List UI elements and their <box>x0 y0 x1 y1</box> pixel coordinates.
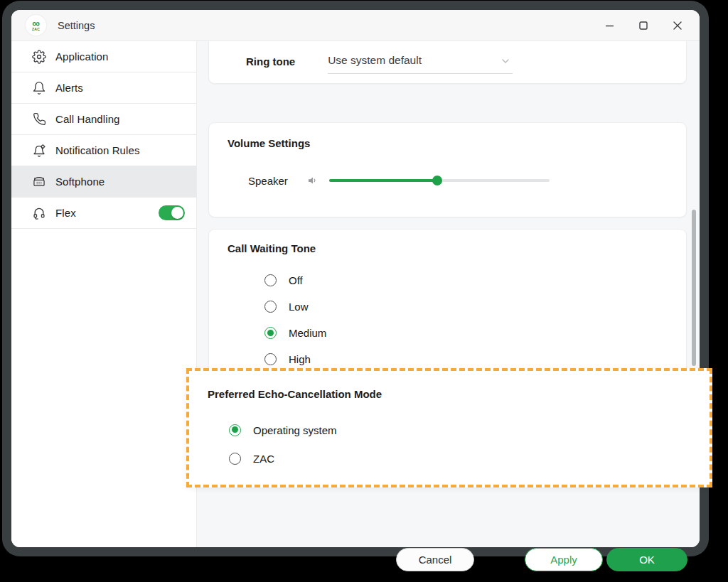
radio-option-zac[interactable]: ZAC <box>229 444 710 473</box>
call-waiting-tone-card: Call Waiting Tone Off Low Medium High <box>208 229 687 391</box>
radio-icon[interactable] <box>229 453 241 465</box>
sidebar-item-label: Call Handling <box>55 113 120 125</box>
cancel-button[interactable]: Cancel <box>396 548 474 571</box>
sidebar-item-alerts[interactable]: Alerts <box>11 72 196 104</box>
maximize-icon[interactable] <box>637 19 650 32</box>
echo-mode-title: Preferred Echo-Cancellation Mode <box>208 388 710 400</box>
radio-checked-icon[interactable] <box>264 327 277 339</box>
speaker-volume-icon <box>306 174 319 187</box>
ok-button[interactable]: OK <box>606 548 687 571</box>
speaker-label: Speaker <box>248 175 292 187</box>
sidebar-item-call-handling[interactable]: Call Handling <box>11 104 196 135</box>
radio-option-off[interactable]: Off <box>264 267 668 293</box>
ring-tone-select[interactable]: Use system default <box>328 51 513 74</box>
phone-icon <box>31 112 47 127</box>
ring-tone-card: Ring tone Use system default <box>208 41 687 84</box>
radio-label: Low <box>289 301 309 313</box>
zac-logo-text: ZAC <box>32 27 40 31</box>
slider-thumb[interactable] <box>432 176 442 185</box>
bell-gear-icon <box>31 143 47 158</box>
radio-option-operating-system[interactable]: Operating system <box>229 416 710 444</box>
echo-cancellation-highlight-box: Preferred Echo-Cancellation Mode Operati… <box>186 368 712 487</box>
radio-icon[interactable] <box>264 274 277 286</box>
ring-tone-label: Ring tone <box>246 55 295 68</box>
radio-option-low[interactable]: Low <box>264 293 668 320</box>
close-icon[interactable] <box>671 19 684 32</box>
settings-sidebar: Application Alerts Call Handling Notific… <box>11 41 197 547</box>
sidebar-item-label: Softphone <box>55 176 105 188</box>
radio-checked-icon[interactable] <box>229 424 241 436</box>
volume-settings-title: Volume Settings <box>228 137 668 149</box>
window-title: Settings <box>58 20 95 31</box>
sidebar-item-notification-rules[interactable]: Notification Rules <box>11 135 196 166</box>
bell-icon <box>31 80 47 96</box>
title-bar[interactable]: ∞ ZAC Settings <box>11 10 700 41</box>
call-waiting-title: Call Waiting Tone <box>228 242 668 254</box>
radio-label: Off <box>289 274 303 286</box>
sidebar-item-flex[interactable]: Flex <box>11 198 196 229</box>
sidebar-item-label: Alerts <box>55 82 83 94</box>
radio-label: Medium <box>289 327 326 339</box>
radio-label: High <box>289 353 311 365</box>
chevron-down-icon <box>500 55 511 67</box>
sidebar-item-label: Application <box>55 50 108 63</box>
apply-button[interactable]: Apply <box>525 548 603 571</box>
radio-icon[interactable] <box>264 353 277 365</box>
scrollbar-thumb[interactable] <box>692 210 696 366</box>
sidebar-item-softphone[interactable]: Softphone <box>11 166 196 198</box>
infinity-icon: ∞ <box>32 19 40 27</box>
zac-logo: ∞ ZAC <box>26 15 46 36</box>
screen-background: ∞ ZAC Settings Ap <box>0 0 728 582</box>
minimize-icon[interactable] <box>603 19 616 32</box>
speaker-slider[interactable] <box>329 176 550 185</box>
radio-option-medium[interactable]: Medium <box>264 320 668 346</box>
flex-toggle[interactable] <box>159 205 185 220</box>
slider-fill <box>329 179 437 182</box>
footer-actions: Cancel Apply OK <box>382 548 700 578</box>
sidebar-item-label: Flex <box>55 207 76 219</box>
settings-window: ∞ ZAC Settings Ap <box>11 10 700 547</box>
headset-icon <box>31 205 47 221</box>
gear-icon <box>31 49 47 65</box>
sidebar-item-label: Notification Rules <box>55 144 140 156</box>
radio-icon[interactable] <box>264 301 277 313</box>
radio-label: Operating system <box>253 424 337 436</box>
radio-label: ZAC <box>253 453 274 465</box>
volume-settings-card: Volume Settings Speaker <box>208 122 687 217</box>
deskphone-icon <box>31 174 47 190</box>
sidebar-item-application[interactable]: Application <box>11 41 196 72</box>
toggle-knob <box>171 207 183 219</box>
ring-tone-value: Use system default <box>328 54 422 66</box>
window-controls <box>603 10 684 41</box>
